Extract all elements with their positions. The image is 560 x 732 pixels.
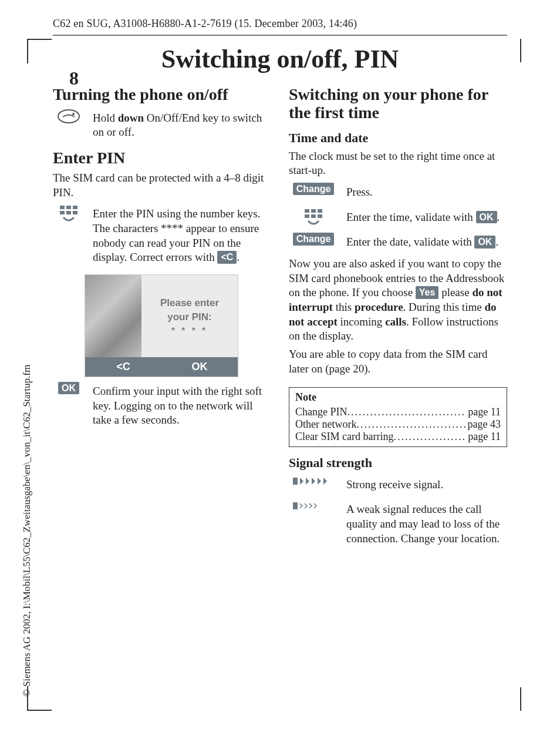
keypad-icon	[289, 207, 338, 228]
change-key-label: Change	[293, 233, 335, 245]
copy-sim-text: Now you are also asked if you want to co…	[289, 257, 507, 344]
note-line: Other networkpage 43	[295, 418, 501, 431]
ok-key-label: OK	[474, 236, 495, 248]
heading-first-time: Switching on your phone for the first ti…	[289, 86, 507, 122]
svg-rect-7	[73, 211, 77, 214]
onoff-text: Hold down On/Off/End key to switch on or…	[93, 111, 271, 140]
ok-key-label: OK	[476, 211, 497, 223]
note-line: Clear SIM card barringpage 11	[295, 431, 501, 443]
svg-rect-10	[318, 209, 322, 213]
pin-intro: The SIM card can be protected with a 4–8…	[53, 171, 271, 200]
svg-rect-13	[318, 214, 322, 218]
page-number: 8	[69, 68, 79, 89]
svg-rect-4	[73, 206, 77, 209]
keypad-icon	[53, 203, 85, 224]
svg-rect-15	[293, 502, 298, 509]
crop-mark-icon	[517, 39, 521, 62]
timedate-intro: The clock must be set to the right time …	[289, 149, 507, 178]
enter-time-text: Enter the time, validate with OK.	[346, 210, 507, 225]
chapter-title: Switching on/off, PIN	[53, 44, 507, 74]
signal-weak-icon	[289, 499, 338, 512]
doc-header: C62 en SUG, A31008-H6880-A1-2-7619 (15. …	[53, 18, 507, 30]
svg-rect-11	[305, 214, 309, 218]
divider	[53, 35, 507, 36]
signal-weak-text: A weak signal reduces the call quality a…	[346, 502, 507, 546]
ok-text: Confirm your input with the right soft k…	[93, 384, 271, 428]
svg-rect-12	[311, 214, 316, 218]
note-line: Change PINpage 11	[295, 406, 501, 418]
change-key-label: Change	[293, 183, 335, 195]
crop-mark-icon	[27, 39, 52, 63]
copyright-sidebar: © Siemens AG 2002, I:\Mobil\L55\C62_Zwei…	[21, 365, 33, 697]
signal-strong-text: Strong receive signal.	[346, 478, 507, 492]
heading-signal: Signal strength	[289, 455, 507, 471]
right-column: Switching on your phone for the first ti…	[289, 80, 507, 553]
ok-key-label: OK	[58, 382, 79, 394]
end-key-icon	[53, 108, 85, 124]
phone-screen-mock: Please enter your PIN: * * * * <C OK	[85, 274, 238, 377]
heading-enter-pin: Enter PIN	[53, 149, 271, 167]
svg-rect-2	[60, 206, 65, 209]
svg-rect-6	[66, 211, 71, 214]
svg-rect-5	[60, 211, 65, 214]
svg-rect-3	[66, 206, 71, 209]
enter-date-text: Enter the date, validate with OK.	[346, 235, 507, 250]
left-column: Turning the phone on/off Hold down On/Of…	[53, 80, 271, 553]
svg-rect-14	[293, 478, 298, 485]
svg-point-0	[58, 110, 79, 123]
wallpaper-icon	[85, 275, 141, 357]
signal-strong-icon	[289, 474, 338, 487]
svg-rect-9	[311, 209, 316, 213]
heading-time-date: Time and date	[289, 130, 507, 146]
copy-later-text: You are able to copy data from the SIM c…	[289, 347, 507, 376]
screen-line: Please enter	[160, 297, 219, 309]
clear-key-label: <C	[217, 251, 237, 263]
heading-turn-onoff: Turning the phone on/off	[53, 86, 271, 104]
pin-mask: * * * *	[171, 325, 207, 335]
svg-rect-8	[305, 209, 309, 213]
manual-page: C62 en SUG, A31008-H6880-A1-2-7619 (15. …	[0, 0, 560, 732]
svg-point-1	[72, 113, 75, 115]
crop-mark-icon	[517, 687, 521, 711]
note-title: Note	[295, 391, 501, 404]
press-text: Press.	[346, 185, 507, 200]
note-box: Note Change PINpage 11 Other networkpage…	[289, 387, 507, 447]
yes-key-label: Yes	[416, 286, 439, 298]
softkey-right: OK	[161, 357, 238, 377]
softkey-left: <C	[85, 357, 161, 377]
pin-enter-text: Enter the PIN using the number keys. The…	[93, 207, 271, 265]
screen-line: your PIN:	[167, 311, 212, 323]
